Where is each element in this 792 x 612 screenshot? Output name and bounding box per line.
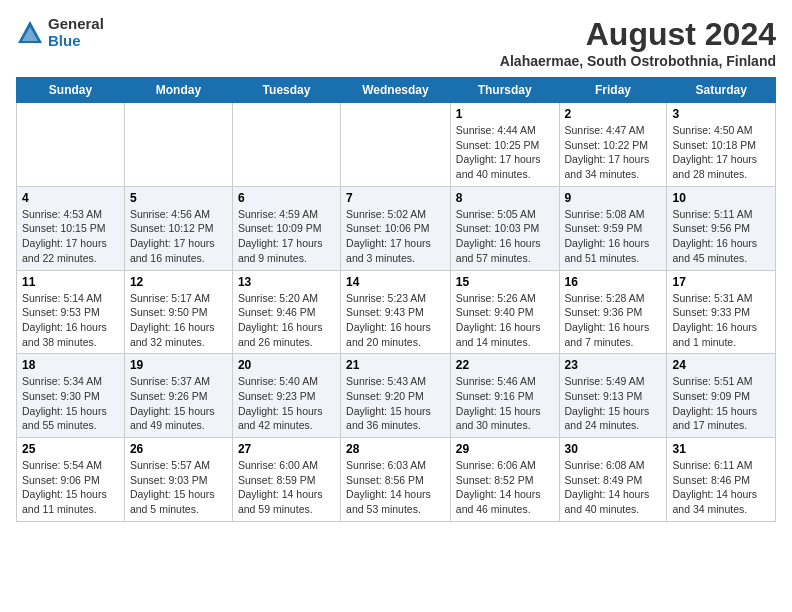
- day-cell: 8Sunrise: 5:05 AM Sunset: 10:03 PM Dayli…: [450, 186, 559, 270]
- day-cell: 25Sunrise: 5:54 AM Sunset: 9:06 PM Dayli…: [17, 438, 125, 522]
- day-info: Sunrise: 5:40 AM Sunset: 9:23 PM Dayligh…: [238, 374, 335, 433]
- day-number: 24: [672, 358, 770, 372]
- day-info: Sunrise: 4:50 AM Sunset: 10:18 PM Daylig…: [672, 123, 770, 182]
- day-cell: 14Sunrise: 5:23 AM Sunset: 9:43 PM Dayli…: [341, 270, 451, 354]
- day-cell: 4Sunrise: 4:53 AM Sunset: 10:15 PM Dayli…: [17, 186, 125, 270]
- day-info: Sunrise: 6:06 AM Sunset: 8:52 PM Dayligh…: [456, 458, 554, 517]
- day-cell: 21Sunrise: 5:43 AM Sunset: 9:20 PM Dayli…: [341, 354, 451, 438]
- header-row: SundayMondayTuesdayWednesdayThursdayFrid…: [17, 78, 776, 103]
- day-number: 12: [130, 275, 227, 289]
- day-cell: 1Sunrise: 4:44 AM Sunset: 10:25 PM Dayli…: [450, 103, 559, 187]
- logo-icon: [16, 19, 44, 47]
- day-number: 25: [22, 442, 119, 456]
- subtitle: Alahaermae, South Ostrobothnia, Finland: [500, 53, 776, 69]
- calendar-body: 1Sunrise: 4:44 AM Sunset: 10:25 PM Dayli…: [17, 103, 776, 522]
- week-row-5: 25Sunrise: 5:54 AM Sunset: 9:06 PM Dayli…: [17, 438, 776, 522]
- day-info: Sunrise: 5:17 AM Sunset: 9:50 PM Dayligh…: [130, 291, 227, 350]
- day-cell: 5Sunrise: 4:56 AM Sunset: 10:12 PM Dayli…: [124, 186, 232, 270]
- day-info: Sunrise: 6:11 AM Sunset: 8:46 PM Dayligh…: [672, 458, 770, 517]
- logo-blue: Blue: [48, 33, 104, 50]
- day-info: Sunrise: 5:02 AM Sunset: 10:06 PM Daylig…: [346, 207, 445, 266]
- day-info: Sunrise: 5:31 AM Sunset: 9:33 PM Dayligh…: [672, 291, 770, 350]
- day-cell: 12Sunrise: 5:17 AM Sunset: 9:50 PM Dayli…: [124, 270, 232, 354]
- day-info: Sunrise: 4:56 AM Sunset: 10:12 PM Daylig…: [130, 207, 227, 266]
- day-info: Sunrise: 5:23 AM Sunset: 9:43 PM Dayligh…: [346, 291, 445, 350]
- day-info: Sunrise: 5:57 AM Sunset: 9:03 PM Dayligh…: [130, 458, 227, 517]
- day-cell: 20Sunrise: 5:40 AM Sunset: 9:23 PM Dayli…: [232, 354, 340, 438]
- day-info: Sunrise: 5:20 AM Sunset: 9:46 PM Dayligh…: [238, 291, 335, 350]
- day-cell: 17Sunrise: 5:31 AM Sunset: 9:33 PM Dayli…: [667, 270, 776, 354]
- title-area: August 2024 Alahaermae, South Ostrobothn…: [500, 16, 776, 69]
- day-number: 22: [456, 358, 554, 372]
- day-cell: 9Sunrise: 5:08 AM Sunset: 9:59 PM Daylig…: [559, 186, 667, 270]
- day-number: 4: [22, 191, 119, 205]
- day-cell: [124, 103, 232, 187]
- day-info: Sunrise: 6:03 AM Sunset: 8:56 PM Dayligh…: [346, 458, 445, 517]
- day-cell: 19Sunrise: 5:37 AM Sunset: 9:26 PM Dayli…: [124, 354, 232, 438]
- day-number: 13: [238, 275, 335, 289]
- day-info: Sunrise: 6:08 AM Sunset: 8:49 PM Dayligh…: [565, 458, 662, 517]
- day-cell: 24Sunrise: 5:51 AM Sunset: 9:09 PM Dayli…: [667, 354, 776, 438]
- day-cell: 22Sunrise: 5:46 AM Sunset: 9:16 PM Dayli…: [450, 354, 559, 438]
- day-number: 17: [672, 275, 770, 289]
- day-info: Sunrise: 4:47 AM Sunset: 10:22 PM Daylig…: [565, 123, 662, 182]
- day-number: 29: [456, 442, 554, 456]
- day-number: 20: [238, 358, 335, 372]
- day-number: 21: [346, 358, 445, 372]
- day-number: 15: [456, 275, 554, 289]
- day-number: 2: [565, 107, 662, 121]
- day-cell: 13Sunrise: 5:20 AM Sunset: 9:46 PM Dayli…: [232, 270, 340, 354]
- week-row-1: 1Sunrise: 4:44 AM Sunset: 10:25 PM Dayli…: [17, 103, 776, 187]
- header-wednesday: Wednesday: [341, 78, 451, 103]
- day-number: 1: [456, 107, 554, 121]
- day-info: Sunrise: 5:14 AM Sunset: 9:53 PM Dayligh…: [22, 291, 119, 350]
- day-cell: 28Sunrise: 6:03 AM Sunset: 8:56 PM Dayli…: [341, 438, 451, 522]
- week-row-3: 11Sunrise: 5:14 AM Sunset: 9:53 PM Dayli…: [17, 270, 776, 354]
- day-number: 27: [238, 442, 335, 456]
- day-info: Sunrise: 5:05 AM Sunset: 10:03 PM Daylig…: [456, 207, 554, 266]
- header-tuesday: Tuesday: [232, 78, 340, 103]
- day-cell: [341, 103, 451, 187]
- day-info: Sunrise: 5:28 AM Sunset: 9:36 PM Dayligh…: [565, 291, 662, 350]
- logo: General Blue: [16, 16, 104, 49]
- day-info: Sunrise: 4:44 AM Sunset: 10:25 PM Daylig…: [456, 123, 554, 182]
- calendar-header: SundayMondayTuesdayWednesdayThursdayFrid…: [17, 78, 776, 103]
- logo-text: General Blue: [48, 16, 104, 49]
- week-row-2: 4Sunrise: 4:53 AM Sunset: 10:15 PM Dayli…: [17, 186, 776, 270]
- day-number: 5: [130, 191, 227, 205]
- day-cell: 10Sunrise: 5:11 AM Sunset: 9:56 PM Dayli…: [667, 186, 776, 270]
- day-info: Sunrise: 5:08 AM Sunset: 9:59 PM Dayligh…: [565, 207, 662, 266]
- day-cell: 18Sunrise: 5:34 AM Sunset: 9:30 PM Dayli…: [17, 354, 125, 438]
- day-number: 31: [672, 442, 770, 456]
- day-number: 9: [565, 191, 662, 205]
- day-info: Sunrise: 5:46 AM Sunset: 9:16 PM Dayligh…: [456, 374, 554, 433]
- day-info: Sunrise: 4:59 AM Sunset: 10:09 PM Daylig…: [238, 207, 335, 266]
- day-number: 3: [672, 107, 770, 121]
- logo-general: General: [48, 16, 104, 33]
- calendar-table: SundayMondayTuesdayWednesdayThursdayFrid…: [16, 77, 776, 522]
- day-number: 14: [346, 275, 445, 289]
- day-cell: 23Sunrise: 5:49 AM Sunset: 9:13 PM Dayli…: [559, 354, 667, 438]
- day-info: Sunrise: 5:51 AM Sunset: 9:09 PM Dayligh…: [672, 374, 770, 433]
- day-cell: [17, 103, 125, 187]
- day-cell: 11Sunrise: 5:14 AM Sunset: 9:53 PM Dayli…: [17, 270, 125, 354]
- day-info: Sunrise: 5:43 AM Sunset: 9:20 PM Dayligh…: [346, 374, 445, 433]
- day-cell: 7Sunrise: 5:02 AM Sunset: 10:06 PM Dayli…: [341, 186, 451, 270]
- day-number: 28: [346, 442, 445, 456]
- day-number: 6: [238, 191, 335, 205]
- day-info: Sunrise: 6:00 AM Sunset: 8:59 PM Dayligh…: [238, 458, 335, 517]
- day-cell: 27Sunrise: 6:00 AM Sunset: 8:59 PM Dayli…: [232, 438, 340, 522]
- day-number: 26: [130, 442, 227, 456]
- day-number: 23: [565, 358, 662, 372]
- day-cell: 15Sunrise: 5:26 AM Sunset: 9:40 PM Dayli…: [450, 270, 559, 354]
- day-number: 18: [22, 358, 119, 372]
- day-info: Sunrise: 5:26 AM Sunset: 9:40 PM Dayligh…: [456, 291, 554, 350]
- day-info: Sunrise: 5:11 AM Sunset: 9:56 PM Dayligh…: [672, 207, 770, 266]
- day-info: Sunrise: 5:54 AM Sunset: 9:06 PM Dayligh…: [22, 458, 119, 517]
- day-info: Sunrise: 5:34 AM Sunset: 9:30 PM Dayligh…: [22, 374, 119, 433]
- header-saturday: Saturday: [667, 78, 776, 103]
- day-cell: 3Sunrise: 4:50 AM Sunset: 10:18 PM Dayli…: [667, 103, 776, 187]
- day-number: 16: [565, 275, 662, 289]
- day-cell: 30Sunrise: 6:08 AM Sunset: 8:49 PM Dayli…: [559, 438, 667, 522]
- main-title: August 2024: [500, 16, 776, 53]
